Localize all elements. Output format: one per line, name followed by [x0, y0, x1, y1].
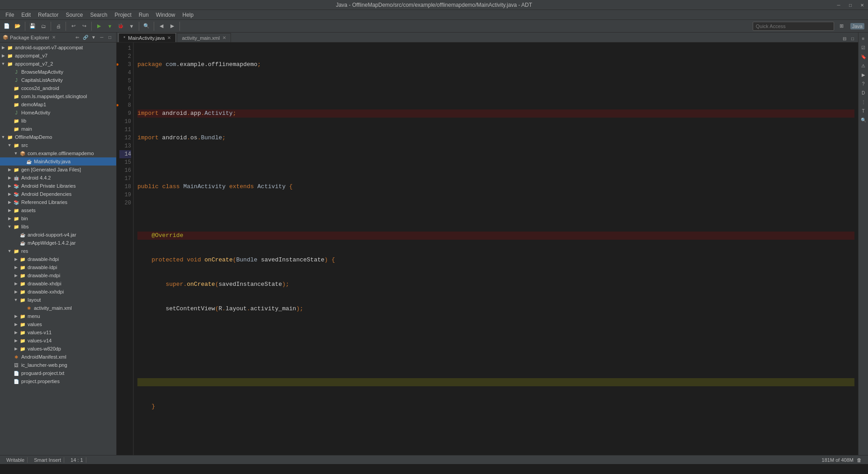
menu-refactor[interactable]: Refactor	[34, 11, 62, 19]
tree-arrow: ▶	[13, 322, 19, 327]
tree-item-android-support[interactable]: ▶ 📁 android-support-v7-appcompat	[0, 43, 116, 52]
toolbar-run[interactable]: ▶	[94, 21, 104, 31]
quick-access-input[interactable]	[753, 22, 834, 31]
tree-item-offlinemapdemo[interactable]: ▼ 📁 OfflineMapDemo	[0, 133, 116, 141]
tree-item-drawable-mdpi[interactable]: ▶ 📁 drawable-mdpi	[0, 271, 116, 280]
menu-window[interactable]: Window	[152, 11, 179, 19]
menu-edit[interactable]: Edit	[18, 11, 34, 19]
toolbar-save[interactable]: 💾	[28, 21, 38, 31]
tree-label: appcompat_v7_2	[15, 61, 53, 66]
toolbar-search[interactable]: 🔍	[142, 21, 151, 31]
tree-item-androidmanifest[interactable]: ✱ AndroidManifest.xml	[0, 353, 116, 361]
tree-item-ic-launcher[interactable]: 🖼 ic_launcher-web.png	[0, 361, 116, 369]
tree-item-cocos2d[interactable]: 📁 cocos2d_android	[0, 84, 116, 92]
tree-item-mappwidget[interactable]: 📁 com.ls.mappwidget.slicingtool	[0, 92, 116, 100]
toolbar-back[interactable]: ◀	[156, 21, 166, 31]
toolbar-redo[interactable]: ↪	[79, 21, 89, 31]
console-icon[interactable]: ▶	[859, 71, 868, 79]
toolbar-debug-dropdown[interactable]: ▼	[127, 21, 137, 31]
code-line-7	[137, 207, 854, 215]
menu-file[interactable]: File	[2, 11, 18, 19]
bookmarks-icon[interactable]: 🔖	[859, 52, 868, 61]
tab-close-button[interactable]: ✕	[222, 35, 226, 40]
tree-item-homeactivity[interactable]: J HomeActivity	[0, 109, 116, 117]
tree-item-project-props[interactable]: 📄 project.properties	[0, 377, 116, 385]
type-hierarchy-icon[interactable]: T	[859, 107, 868, 115]
search-results-icon[interactable]: 🔍	[859, 116, 868, 124]
minimize-button[interactable]: ─	[833, 0, 844, 10]
tree-item-mappwidget-jar[interactable]: ☕ mAppWidget-1.4.2.jar	[0, 239, 116, 247]
toolbar-undo[interactable]: ↩	[68, 21, 78, 31]
tree-item-package[interactable]: ▼ 📦 com.example.offlinemapdemo	[0, 149, 116, 157]
tree-item-mainactivity[interactable]: ☕ MainActivity.java	[0, 157, 116, 166]
view-menu-button[interactable]: ▼	[90, 34, 97, 41]
tree-item-android-deps[interactable]: ▶ 📚 Android Dependencies	[0, 190, 116, 198]
tree-item-demomap[interactable]: 📁 demoMap1	[0, 100, 116, 109]
tree-item-referenced-libs[interactable]: ▶ 📚 Referenced Libraries	[0, 198, 116, 206]
toolbar-forward[interactable]: ▶	[167, 21, 177, 31]
toolbar-run-dropdown[interactable]: ▼	[105, 21, 115, 31]
tree-item-drawable-xxhdpi[interactable]: ▶ 📁 drawable-xxhdpi	[0, 288, 116, 296]
tree-item-appcompat-v7[interactable]: ▶ 📁 appcompat_v7	[0, 52, 116, 60]
tab-close-button[interactable]: ✕	[167, 35, 171, 40]
tree-item-android-private[interactable]: ▶ 📚 Android Private Libraries	[0, 182, 116, 190]
toolbar-new[interactable]: 📄	[2, 21, 12, 31]
declaration-icon[interactable]: D	[859, 89, 868, 97]
tree-item-values-w820dp[interactable]: ▶ 📁 values-w820dp	[0, 345, 116, 353]
maximize-view-button[interactable]: □	[106, 34, 113, 41]
tab-list-button[interactable]: ⊟	[841, 35, 848, 42]
tree-item-lib[interactable]: 📁 lib	[0, 117, 116, 125]
tree-item-proguard[interactable]: 📄 proguard-project.txt	[0, 369, 116, 377]
outline-icon[interactable]: ≡	[859, 34, 868, 43]
tab-activity-main-xml[interactable]: activity_main.xml ✕	[177, 33, 231, 42]
tree-item-drawable-ldpi[interactable]: ▶ 📁 drawable-ldpi	[0, 263, 116, 271]
toolbar-print[interactable]: 🖨	[53, 21, 63, 31]
tree-item-layout[interactable]: ▼ 📁 layout	[0, 296, 116, 304]
tree-item-gen[interactable]: ▶ 📁 gen [Generated Java Files]	[0, 166, 116, 174]
menu-search[interactable]: Search	[86, 11, 111, 19]
tree-item-android442[interactable]: ▶ 🤖 Android 4.4.2	[0, 174, 116, 182]
menu-help[interactable]: Help	[179, 11, 198, 19]
minimize-view-button[interactable]: ─	[98, 34, 105, 41]
tree-item-drawable-hdpi[interactable]: ▶ 📁 drawable-hdpi	[0, 255, 116, 263]
tree-item-res[interactable]: ▼ 📁 res	[0, 247, 116, 255]
code-content[interactable]: package com.example.offlinemapdemo; impo…	[134, 43, 858, 455]
line-num-3: ●3	[119, 61, 131, 69]
tree-item-capitals[interactable]: J CapitalsListActivity	[0, 76, 116, 84]
task-icon[interactable]: ☑	[859, 43, 868, 52]
tree-item-support-v4[interactable]: ☕ android-support-v4.jar	[0, 231, 116, 239]
tree-item-main[interactable]: 📁 main	[0, 125, 116, 133]
tree-item-src[interactable]: ▼ 📁 src	[0, 141, 116, 149]
tree-item-values[interactable]: ▶ 📁 values	[0, 320, 116, 328]
problems-icon[interactable]: ⚠	[859, 62, 868, 70]
toolbar-open[interactable]: 📂	[13, 21, 23, 31]
tree-item-appcompat-v7-2[interactable]: ▼ 📁 appcompat_v7_2	[0, 60, 116, 68]
menu-source[interactable]: Source	[62, 11, 86, 19]
tree-item-drawable-xhdpi[interactable]: ▶ 📁 drawable-xhdpi	[0, 280, 116, 288]
toolbar-open-perspective[interactable]: ⊞	[837, 21, 847, 31]
javadoc-icon[interactable]: ?	[859, 80, 868, 88]
tree-item-libs[interactable]: ▼ 📁 libs	[0, 223, 116, 231]
toolbar-save-all[interactable]: 🗂	[38, 21, 48, 31]
close-button[interactable]: ✕	[856, 0, 868, 10]
line-num-12: 12	[119, 134, 131, 142]
link-with-editor-button[interactable]: 🔗	[82, 34, 89, 41]
java-file-icon: J	[13, 68, 20, 76]
maximize-button[interactable]: □	[844, 0, 856, 10]
tree-item-values-v11[interactable]: ▶ 📁 values-v11	[0, 328, 116, 337]
toolbar-debug[interactable]: 🐞	[116, 21, 126, 31]
maximize-editor-button[interactable]: □	[849, 35, 856, 42]
call-hierarchy-icon[interactable]: ⋮	[859, 98, 868, 106]
tree-item-browse-map[interactable]: J BrowseMapActivity	[0, 68, 116, 76]
menu-run[interactable]: Run	[135, 11, 152, 19]
tree-item-menu[interactable]: ▶ 📁 menu	[0, 312, 116, 320]
collapse-all-button[interactable]: ⇐	[74, 34, 81, 41]
tree-item-bin[interactable]: ▶ 📁 bin	[0, 214, 116, 223]
folder-icon: 📁	[19, 296, 26, 303]
tab-mainactivity[interactable]: * MainActivity.java ✕	[118, 33, 176, 42]
tree-item-values-v14[interactable]: ▶ 📁 values-v14	[0, 337, 116, 345]
tree-item-assets[interactable]: ▶ 📁 assets	[0, 206, 116, 214]
memory-icon[interactable]: 🗑	[857, 457, 862, 463]
menu-project[interactable]: Project	[111, 11, 135, 19]
tree-item-activity-main-xml[interactable]: ✱ activity_main.xml	[0, 304, 116, 312]
